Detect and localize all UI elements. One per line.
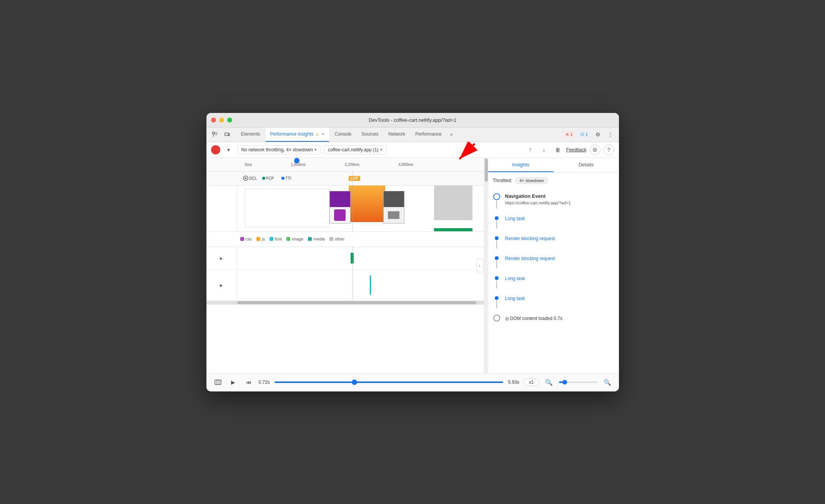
devtools-window: DevTools - coffee-cart.netlify.app/?ad=1…	[206, 113, 619, 391]
filmstrip-markers-row: DCL FCP TTI LCP	[206, 172, 484, 186]
close-button[interactable]	[211, 118, 216, 123]
time-end-label: 5.93s	[508, 380, 519, 385]
device-icon[interactable]	[222, 129, 233, 140]
insights-tabs: Insights Details	[488, 158, 619, 172]
dcl-marker: DCL	[243, 176, 257, 181]
settings-icon[interactable]: ⚙	[593, 129, 604, 140]
tab-console[interactable]: Console	[330, 128, 356, 142]
long-task-3-link[interactable]: Long task	[505, 296, 525, 301]
dom-circle	[493, 315, 500, 322]
settings-icon-toolbar[interactable]: ⚙	[590, 144, 600, 155]
maximize-button[interactable]	[227, 118, 232, 123]
fcp-dot	[262, 177, 265, 180]
tab-details[interactable]: Details	[554, 158, 619, 172]
insight-render-block-1: Render blocking request	[493, 232, 614, 252]
thumb-2-top	[384, 191, 404, 207]
screenshot-thumb-2[interactable]	[383, 191, 404, 224]
time-start-label: 0.72s	[259, 380, 270, 385]
zoom-slider[interactable]	[559, 381, 597, 383]
render-block-2-link[interactable]: Render blocking request	[505, 256, 555, 261]
svg-rect-0	[213, 132, 215, 134]
tti-dot	[281, 177, 284, 180]
screenshot-thumb-1[interactable]	[329, 191, 351, 224]
tab-bar: Elements Performance insights ⚠ ✕ Consol…	[206, 128, 619, 142]
legend-other-dot	[329, 237, 333, 241]
nav-circle	[493, 193, 500, 200]
playhead-thumb[interactable]	[352, 380, 357, 385]
throttle-dropdown[interactable]: No network throttling, 4× slowdown ▾	[237, 145, 321, 154]
playhead-slider[interactable]	[274, 381, 504, 383]
lt1-dot-col	[493, 215, 501, 229]
filmstrip-screenshots	[206, 186, 484, 232]
lt2-line	[496, 281, 497, 288]
upload-icon[interactable]: ↑	[525, 144, 536, 155]
long-task-2-link[interactable]: Long task	[505, 276, 525, 281]
rb2-dot-col	[493, 255, 501, 269]
inspect-icon[interactable]	[210, 129, 220, 140]
long-task-1-link[interactable]: Long task	[505, 216, 525, 221]
tab-sources[interactable]: Sources	[357, 128, 383, 142]
throttle-label: Throttled:	[493, 178, 512, 183]
lt3-dot-col	[493, 295, 501, 308]
tab-performance-insights[interactable]: Performance insights ⚠ ✕	[266, 128, 329, 142]
screenshot-toggle-button[interactable]	[213, 377, 223, 388]
tab-insights[interactable]: Insights	[488, 158, 554, 172]
lcp-box: LCP	[349, 176, 360, 181]
legend-font-label: font	[275, 237, 282, 241]
zoom-slider-thumb[interactable]	[562, 380, 567, 385]
close-tab-icon[interactable]: ✕	[321, 132, 324, 136]
more-options-icon[interactable]: ⋮	[605, 129, 616, 140]
help-icon[interactable]: ?	[604, 144, 614, 155]
speed-button[interactable]: x1	[524, 378, 539, 386]
traffic-lights	[211, 118, 232, 123]
comment-badge-button[interactable]: 🗨 1	[577, 131, 591, 138]
lcp-color-block	[349, 186, 385, 222]
scrollbar-thumb[interactable]	[237, 301, 476, 304]
feedback-link[interactable]: Feedback	[566, 147, 587, 153]
svg-rect-1	[225, 133, 228, 136]
lt1-dot	[495, 216, 499, 220]
window-title: DevTools - coffee-cart.netlify.app/?ad=1	[369, 117, 456, 123]
zoom-in-button[interactable]: 🔍	[602, 377, 613, 388]
vertical-scrollbar[interactable]	[484, 158, 488, 373]
play-button[interactable]: ▶	[228, 377, 239, 388]
insight-render-block-2: Render blocking request	[493, 252, 614, 272]
ruler-0ms: 0ms	[245, 162, 252, 167]
delete-icon[interactable]: 🗑	[552, 144, 563, 155]
timeline-ruler: 0ms 1,600ms 3,200ms 4,800ms	[206, 158, 484, 172]
minimize-button[interactable]	[219, 118, 224, 123]
rb2-dot	[495, 256, 499, 260]
error-badge-button[interactable]: ✕ 1	[562, 131, 576, 138]
url-dropdown[interactable]: coffee-cart.netlify.app (1) ▾	[324, 145, 386, 154]
more-tabs-button[interactable]: »	[447, 128, 456, 142]
timeline-playhead-indicator[interactable]	[294, 158, 299, 163]
tab-elements[interactable]: Elements	[236, 128, 265, 142]
zoom-out-button[interactable]: 🔍	[544, 377, 554, 388]
legend-image-label: image	[292, 237, 303, 241]
network-row-2: ▶	[206, 270, 484, 301]
expand-arrow-2[interactable]: ▶	[220, 283, 223, 287]
skip-start-button[interactable]: ⏮	[243, 377, 254, 388]
insight-dom-content-loaded: ◎ DOM content loaded 0.7s	[493, 312, 614, 325]
record-button[interactable]	[211, 145, 220, 154]
render-block-1-link[interactable]: Render blocking request	[505, 236, 555, 241]
download-icon[interactable]: ↓	[539, 144, 549, 155]
legend-media: media	[308, 237, 325, 241]
ruler-3200ms: 3,200ms	[345, 162, 359, 167]
ruler-1600ms: 1,600ms	[291, 162, 306, 167]
thumb-2-icon	[388, 211, 399, 219]
rb1-line	[496, 241, 497, 249]
legend-js-dot	[256, 237, 260, 241]
legend-font: font	[269, 237, 282, 241]
record-dropdown-icon[interactable]: ▾	[223, 144, 234, 155]
thumb-1-top	[330, 191, 350, 207]
vertical-scrollbar-thumb[interactable]	[485, 159, 488, 182]
expand-arrow-1[interactable]: ▶	[220, 256, 223, 260]
timeline-horizontal-scrollbar[interactable]	[206, 301, 484, 305]
legend-js: js	[256, 237, 265, 241]
legend-js-label: js	[262, 237, 265, 241]
collapse-panel-button[interactable]: ›	[476, 259, 483, 272]
tab-performance[interactable]: Performance	[411, 128, 446, 142]
insights-panel: Insights Details Throttled: 4× slowdown	[488, 158, 619, 373]
tab-network[interactable]: Network	[384, 128, 410, 142]
